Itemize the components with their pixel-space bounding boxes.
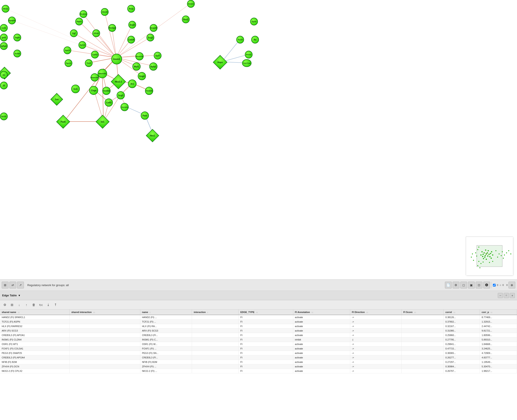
node-Ptprn2[interactable]: Ptprn2 — [65, 59, 72, 67]
node-Syt7[interactable]: Syt7 — [154, 52, 161, 60]
node-Myt1[interactable]: Myt1 — [132, 62, 141, 71]
minimap[interactable] — [466, 237, 513, 275]
node-Nkx2-2[interactable]: Nkx2-2 — [113, 76, 124, 87]
col-correl[interactable]: correl ↕↕ — [444, 310, 480, 315]
node-b21l2[interactable]: b21l2 — [0, 112, 8, 120]
table-row[interactable]: OSR1 (FI) WT1OSR1 (FI) W...FIactivate->0… — [0, 342, 517, 346]
network-canvas[interactable]: Insm1 Nkx2-2 Isl1 Pax6 Jun Bnc2 Hopx Hes… — [0, 0, 517, 279]
table-row[interactable]: CREB3L3 (FI) APOA1CREB3L3 (FI...FIactiva… — [0, 333, 517, 338]
node-Gpc3[interactable]: Gpc3 — [64, 46, 71, 54]
node-Scg2[interactable]: Scg2 — [146, 34, 154, 41]
node-Try10[interactable]: Try10 — [236, 36, 244, 44]
node-Ptprn[interactable]: Ptprn — [75, 18, 83, 25]
node-gm5[interactable]: gm5 — [0, 34, 8, 41]
more-btn[interactable]: ≡ — [510, 293, 515, 298]
node-Try5Try4[interactable]: Try5,Try4 — [242, 59, 251, 67]
table-row[interactable]: FOXF1 (FI) COL5A1FOXF1 (FI) ...FIactivat… — [0, 346, 517, 351]
export2-action-btn[interactable]: ⤒ — [53, 302, 58, 308]
deselect-btn[interactable]: ▣ — [468, 282, 475, 288]
node-nod1[interactable]: nod1 — [0, 24, 8, 32]
col-corr-p[interactable]: corr_p ↕↕ — [480, 310, 517, 315]
node-Pcsk1n[interactable]: Pcsk1n — [80, 10, 87, 18]
edge-table-dropdown-btn[interactable]: ▼ — [18, 294, 21, 297]
col-shared-interaction[interactable]: shared interaction ↕↕ — [69, 310, 140, 315]
node-Tox3[interactable]: Tox3 — [85, 59, 92, 67]
node-Re[interactable]: Re — [251, 36, 259, 44]
grid-select-btn[interactable]: ⚙ — [453, 282, 459, 288]
node-Pax6[interactable]: Pax6 — [58, 117, 68, 127]
function-action-btn[interactable]: f(x) — [38, 302, 44, 308]
node-Isl1[interactable]: Isl1 — [98, 117, 107, 127]
table-row[interactable]: PEG3 (FI) SNAP25PEG3 (FI) SN...FIactivat… — [0, 351, 517, 355]
table-row[interactable]: TCF21 (FI) ASPNTCF21 (FI) ...FIactivate-… — [0, 320, 517, 324]
table-row[interactable]: NFIB (FI) B2MNFIB (FI) B2MFIactivate->0.… — [0, 360, 517, 364]
node-Chga[interactable]: Chga — [89, 86, 98, 95]
col-shared-name[interactable]: shared name ↕↕ — [0, 310, 69, 315]
select-all-btn[interactable]: ◻ — [460, 282, 467, 288]
table-row[interactable]: ARX (FI) SCG3ARX (FI) SCG3FIactivate->0.… — [0, 329, 517, 333]
node-25[interactable]: 25 — [0, 82, 8, 89]
node-Jun[interactable]: Jun — [52, 95, 61, 104]
node-Synpo2[interactable]: Synpo2 — [8, 17, 16, 24]
col-interaction[interactable]: interaction ↕ — [192, 310, 239, 315]
table-row[interactable]: CREB3L3 (FI) APOA4CREB3L3 (FI...FIactiva… — [0, 355, 517, 360]
node-Cldn4[interactable]: Cldn4 — [127, 36, 135, 44]
node-Insm1[interactable]: Insm1 — [111, 54, 122, 64]
col-name[interactable]: name ↕ — [140, 310, 192, 315]
node-Gfra3[interactable]: Gfra3 — [92, 30, 100, 37]
node-Scg3[interactable]: Scg3 — [117, 91, 125, 99]
node-Gng4[interactable]: Gng4 — [138, 72, 146, 80]
table-row[interactable]: ZFHX4 (FI) DCNZFHX4 (FI) ...FIactivate->… — [0, 364, 517, 369]
node-Hepacam2[interactable]: Hepacam2 — [91, 73, 99, 82]
node-Neurod1[interactable]: Neurod1 — [98, 69, 107, 78]
edge-data-table[interactable]: shared name ↕↕ shared interaction ↕↕ nam… — [0, 310, 517, 420]
node-Prss2[interactable]: Prss2 — [245, 51, 252, 58]
node-Igfbp6[interactable]: Igfbp6 — [0, 42, 8, 50]
node-Hes1[interactable]: Hes1 — [148, 131, 157, 140]
annotation-btn[interactable]: 🅐 — [483, 282, 490, 288]
node-Tm4sf4[interactable]: Tm4sf4 — [145, 87, 153, 95]
delete-action-btn[interactable]: 🗑 — [31, 302, 37, 308]
node-Sycn[interactable]: Sycn — [250, 18, 258, 25]
node-Vgf[interactable]: Vgf — [70, 30, 78, 37]
minimize-btn[interactable]: ─ — [498, 293, 503, 298]
col-fi-direction[interactable]: FI Direction ↕↕ — [350, 310, 401, 315]
node-Scg5[interactable]: Scg5 — [128, 21, 136, 29]
node-Pam[interactable]: Pam — [141, 112, 149, 120]
node-Arx[interactable]: Arx — [128, 80, 137, 88]
toolbar-export-btn[interactable]: ↗ — [17, 282, 24, 288]
columns-action-btn[interactable]: ⊞ — [9, 302, 15, 308]
node-Abcc8[interactable]: Abcc8 — [101, 8, 109, 16]
table-row[interactable]: INSM1 (FI) CLDN4INSM1 (FI) C...FIinhibit… — [0, 338, 517, 342]
node-Rundc3a[interactable]: Rundc3a — [136, 52, 144, 60]
table-row[interactable]: HLX (FI) RARRES2HLX (FI) RA...FIactivate… — [0, 324, 517, 329]
col-fi-annotation[interactable]: FI Annotation ↕↕ — [293, 310, 350, 315]
node-Cplx2[interactable]: Cplx2 — [91, 51, 99, 58]
node-Htra1[interactable]: Htra1 — [2, 5, 9, 13]
import2-action-btn[interactable]: ⤓ — [45, 302, 51, 308]
node-Acta2[interactable]: Acta2 — [14, 50, 21, 57]
import-action-btn[interactable]: ↓ — [16, 302, 22, 308]
table-row[interactable]: NKX2-2 (FI) CPLX2NKX2-2 (FI) ...FIactiva… — [0, 369, 517, 373]
node-Gck[interactable]: Gck — [71, 85, 80, 93]
col-fi-score[interactable]: FI Score ↕↕ — [401, 310, 443, 315]
check-box1[interactable] — [493, 284, 496, 286]
layout-btn[interactable]: ⊡ — [476, 282, 482, 288]
node-Celf3[interactable]: Celf3 — [105, 98, 113, 107]
export-action-btn[interactable]: ↑ — [23, 302, 30, 308]
table-row[interactable]: HAND2 (FI) SPARCL1HAND2 (FI) ...FIactiva… — [0, 315, 517, 320]
node-Gnao1[interactable]: Gnao1 — [187, 0, 195, 8]
node-Bex2[interactable]: Bex2 — [182, 15, 190, 23]
node-Cacna1a[interactable]: Cacna1a — [121, 103, 129, 111]
node-Rimbp2[interactable]: Rimbp2 — [108, 24, 116, 32]
nav-btn[interactable]: ⊕ — [509, 282, 515, 288]
node-Aplp1[interactable]: Aplp1 — [149, 62, 157, 71]
new-btn[interactable]: 📄 — [445, 282, 452, 288]
node-TagIn[interactable]: TagIn — [14, 34, 21, 41]
expand-btn[interactable]: ☆ — [504, 293, 509, 298]
col-edge-type[interactable]: EDGE_TYPE ↕↕ — [238, 310, 293, 315]
toolbar-grid-btn[interactable]: ⊞ — [2, 282, 8, 288]
node-Hopx[interactable]: Hopx — [215, 57, 225, 67]
node-Pclo[interactable]: Pclo — [127, 5, 135, 13]
node-Syt13[interactable]: Syt13 — [78, 41, 86, 49]
